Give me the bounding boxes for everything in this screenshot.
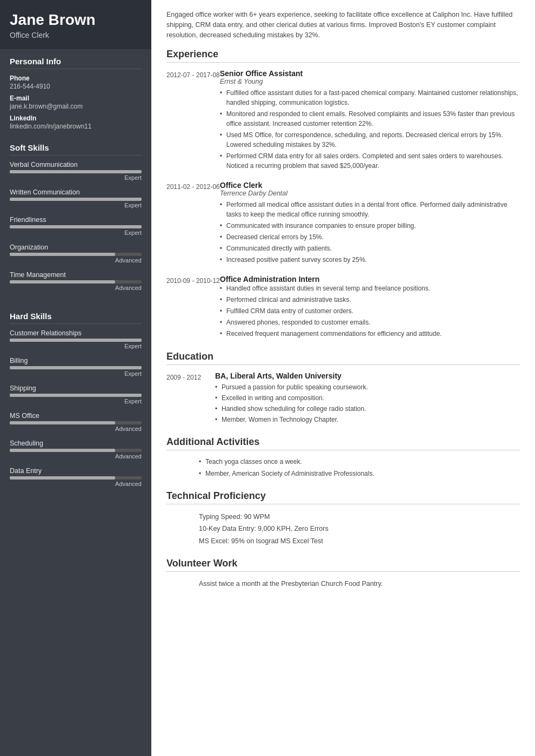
volunteer-title: Volunteer Work — [166, 558, 520, 572]
tech-title: Technical Proficiency — [166, 490, 520, 504]
exp-content: Senior Office Assistant Ernst & Young Fu… — [220, 69, 520, 172]
tech-item: MS Excel: 95% on Isograd MS Excel Test — [199, 535, 520, 548]
skill-name: Verbal Communication — [10, 161, 142, 168]
skill-bar-fill — [10, 280, 115, 284]
exp-job-title: Senior Office Assistant — [220, 69, 520, 78]
skill-name: Billing — [10, 357, 142, 364]
skill-bar-fill — [10, 421, 115, 424]
tech-item: Typing Speed: 90 WPM — [199, 511, 520, 523]
skill-bar-bg — [10, 253, 142, 256]
activity-bullet: Teach yoga classes once a week. — [199, 457, 520, 467]
skill-level: Advanced — [10, 453, 142, 460]
exp-job-title: Office Clerk — [220, 181, 520, 190]
edu-bullet: Member, Women in Technology Chapter. — [215, 415, 520, 424]
exp-bullet: Received frequent management commendatio… — [220, 329, 520, 339]
exp-bullet: Communicated with insurance companies to… — [220, 221, 520, 231]
sidebar: Jane Brown Office Clerk Personal Info Ph… — [0, 0, 151, 756]
soft-skill-item: Organization Advanced — [10, 244, 142, 264]
skill-level: Advanced — [10, 257, 142, 264]
skill-level: Advanced — [10, 426, 142, 432]
skill-bar-fill — [10, 225, 142, 228]
exp-bullets: Handled office assistant duties in sever… — [220, 284, 520, 339]
edu-bullet: Handled show scheduling for college radi… — [215, 404, 520, 414]
skill-bar-fill — [10, 170, 142, 173]
skill-name: Organization — [10, 244, 142, 251]
exp-content: Office Administration Intern Handled off… — [220, 275, 520, 340]
candidate-name: Jane Brown — [10, 12, 142, 29]
activities-list: Teach yoga classes once a week.Member, A… — [199, 457, 520, 479]
skill-bar-bg — [10, 366, 142, 369]
tech-list: Typing Speed: 90 WPM10-Key Data Entry: 9… — [199, 511, 520, 548]
phone-value: 216-544-4910 — [10, 83, 142, 90]
experience-title: Experience — [166, 49, 520, 63]
hard-skills-section: Hard Skills Customer Relationships Exper… — [0, 304, 151, 500]
experience-entry: 2012-07 - 2017-08 Senior Office Assistan… — [166, 69, 520, 172]
summary-text: Engaged office worker with 6+ years expe… — [166, 10, 520, 40]
exp-bullet: Handled office assistant duties in sever… — [220, 284, 520, 293]
email-value: jane.k.brown@gmail.com — [10, 103, 142, 110]
personal-info-title: Personal Info — [10, 57, 142, 69]
activities-section: Additional Activities Teach yoga classes… — [166, 436, 520, 479]
skill-level: Expert — [10, 398, 142, 404]
exp-bullet: Communicated directly with patients. — [220, 244, 520, 253]
skill-bar-fill — [10, 339, 142, 342]
edu-bullet: Pursued a passion for public speaking co… — [215, 382, 520, 392]
soft-skills-title: Soft Skills — [10, 143, 142, 156]
skill-bar-fill — [10, 366, 142, 369]
skill-level: Expert — [10, 230, 142, 236]
exp-bullet: Performed all medical office assistant d… — [220, 200, 520, 219]
skill-name: Data Entry — [10, 467, 142, 475]
volunteer-text: Assist twice a month at the Presbyterian… — [199, 578, 520, 589]
exp-dates: 2010-09 - 2010-12 — [166, 275, 220, 340]
exp-bullet: Fulfilled CRM data entry of customer ord… — [220, 306, 520, 316]
skill-level: Expert — [10, 370, 142, 377]
main-content: Engaged office worker with 6+ years expe… — [151, 0, 535, 756]
education-section: Education 2009 - 2012 BA, Liberal Arts, … — [166, 351, 520, 426]
exp-bullet: Fulfilled office assistant duties for a … — [220, 88, 520, 107]
soft-skill-item: Verbal Communication Expert — [10, 161, 142, 181]
candidate-job-title: Office Clerk — [10, 31, 142, 39]
soft-skills-section: Soft Skills Verbal Communication Expert … — [0, 136, 151, 304]
exp-bullet: Performed clinical and administrative ta… — [220, 295, 520, 305]
hard-skills-list: Customer Relationships Expert Billing Ex… — [10, 329, 142, 487]
edu-dates: 2009 - 2012 — [166, 372, 215, 426]
exp-bullets: Performed all medical office assistant d… — [220, 200, 520, 265]
exp-bullet: Increased positive patient survey scores… — [220, 255, 520, 265]
personal-info-section: Personal Info Phone 216-544-4910 E-mail … — [0, 49, 151, 136]
linkedin-value: linkedin.com/in/janebrown11 — [10, 123, 142, 130]
hard-skill-item: Billing Expert — [10, 357, 142, 377]
skill-bar-bg — [10, 339, 142, 342]
experience-entry: 2010-09 - 2010-12 Office Administration … — [166, 275, 520, 340]
hard-skill-item: Shipping Expert — [10, 384, 142, 404]
skill-level: Expert — [10, 174, 142, 181]
edu-content: BA, Liberal Arts, Walden University Purs… — [215, 372, 520, 426]
edu-bullet: Excelled in writing and composition. — [215, 393, 520, 403]
skill-name: Written Communication — [10, 188, 142, 196]
hard-skills-title: Hard Skills — [10, 312, 142, 324]
skill-bar-fill — [10, 476, 115, 480]
activity-bullet: Member, American Society of Administrati… — [199, 469, 520, 479]
linkedin-label: LinkedIn — [10, 114, 142, 122]
activities-title: Additional Activities — [166, 436, 520, 450]
hard-skill-item: Data Entry Advanced — [10, 467, 142, 487]
skill-bar-fill — [10, 394, 142, 397]
skill-bar-bg — [10, 280, 142, 284]
edu-bullets: Pursued a passion for public speaking co… — [215, 382, 520, 424]
experience-section: Experience 2012-07 - 2017-08 Senior Offi… — [166, 49, 520, 340]
skill-level: Advanced — [10, 285, 142, 291]
skill-level: Expert — [10, 202, 142, 208]
exp-bullet: Decreased clerical errors by 15%. — [220, 232, 520, 242]
exp-company: Terrence Darby Dental — [220, 190, 520, 197]
phone-label: Phone — [10, 75, 142, 82]
skill-bar-fill — [10, 253, 115, 256]
skill-bar-bg — [10, 421, 142, 424]
exp-company: Ernst & Young — [220, 78, 520, 85]
skill-name: MS Office — [10, 412, 142, 420]
experience-list: 2012-07 - 2017-08 Senior Office Assistan… — [166, 69, 520, 340]
soft-skill-item: Written Communication Expert — [10, 188, 142, 208]
skill-bar-fill — [10, 449, 115, 452]
exp-dates: 2012-07 - 2017-08 — [166, 69, 220, 172]
hard-skill-item: Scheduling Advanced — [10, 440, 142, 460]
skill-bar-bg — [10, 225, 142, 228]
skill-bar-bg — [10, 476, 142, 480]
